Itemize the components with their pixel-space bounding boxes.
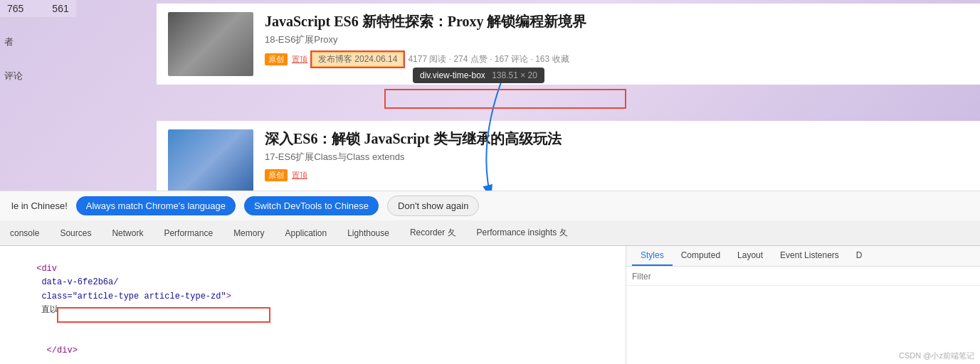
article-title-2[interactable]: 深入ES6：解锁 JavaScript 类与继承的高级玩法 bbox=[265, 129, 969, 148]
article-subtitle-2: 17-ES6扩展Class与Class extends bbox=[265, 151, 969, 164]
article-card-1: JavaScript ES6 新特性探索：Proxy 解锁编程新境界 18-ES… bbox=[157, 4, 980, 85]
meta-date-1: 发布博客 2024.06.14 bbox=[312, 52, 404, 67]
tab-sources[interactable]: Sources bbox=[50, 220, 102, 245]
article-info-1: JavaScript ES6 新特性探索：Proxy 解锁编程新境界 18-ES… bbox=[265, 12, 969, 76]
badge-pinned-2[interactable]: 置顶 bbox=[292, 170, 307, 181]
content-area: 765 561 者 评论 JavaScript ES6 新特性探索：Proxy … bbox=[0, 0, 980, 220]
right-tab-layout[interactable]: Layout bbox=[729, 246, 771, 266]
tooltip-label: div.view-time-box bbox=[420, 70, 485, 80]
article-thumb-1 bbox=[168, 12, 253, 76]
tab-network[interactable]: Network bbox=[102, 220, 154, 245]
label-pinglun: 评论 bbox=[4, 70, 23, 82]
article-title-1[interactable]: JavaScript ES6 新特性探索：Proxy 解锁编程新境界 bbox=[265, 12, 969, 31]
article-meta-1: 原创 置顶 发布博客 2024.06.14 4177 阅读 · 274 点赞 ·… bbox=[265, 52, 969, 67]
tab-lighthouse[interactable]: Lighthouse bbox=[337, 220, 400, 245]
article-subtitle-1: 18-ES6扩展Proxy bbox=[265, 33, 969, 46]
tab-performance-insights[interactable]: Performance insights 夂 bbox=[467, 220, 579, 245]
devtools-bottom: <div data-v-6fe2b6a/ class="article-type… bbox=[0, 246, 980, 364]
tab-recorder[interactable]: Recorder 夂 bbox=[400, 220, 467, 245]
number-1: 765 bbox=[7, 3, 23, 14]
right-panel: Styles Computed Layout Event Listeners D bbox=[626, 246, 980, 364]
badge-original-1: 原创 bbox=[265, 53, 288, 65]
lang-text: le in Chinese! bbox=[11, 200, 68, 211]
devtools-tabbar: console Sources Network Performance Memo… bbox=[0, 220, 980, 246]
article-info-2: 深入ES6：解锁 JavaScript 类与继承的高级玩法 17-ES6扩展Cl… bbox=[265, 129, 969, 193]
tooltip-dims: 138.51 × 20 bbox=[492, 70, 537, 80]
tooltip-box: div.view-time-box 138.51 × 20 bbox=[413, 68, 544, 83]
number-2: 561 bbox=[52, 3, 68, 14]
article-thumb-2 bbox=[168, 129, 253, 193]
top-numbers: 765 561 bbox=[0, 0, 76, 17]
article-meta-2: 原创 置顶 bbox=[265, 169, 969, 181]
left-labels: 者 评论 bbox=[0, 28, 27, 90]
lang-bar: le in Chinese! Always match Chrome's lan… bbox=[0, 191, 980, 220]
right-tabs: Styles Computed Layout Event Listeners D bbox=[626, 246, 980, 267]
tab-memory[interactable]: Memory bbox=[223, 220, 275, 245]
article-card-2: 深入ES6：解锁 JavaScript 类与继承的高级玩法 17-ES6扩展Cl… bbox=[157, 121, 980, 202]
label-zhe: 者 bbox=[4, 36, 23, 48]
code-line-1: <div data-v-6fe2b6a/ class="article-type… bbox=[6, 249, 620, 331]
code-line-2: </div> bbox=[6, 331, 620, 364]
right-tab-computed[interactable]: Computed bbox=[673, 246, 729, 266]
filter-row bbox=[626, 267, 980, 286]
right-tab-d[interactable]: D bbox=[848, 246, 871, 266]
badge-original-2: 原创 bbox=[265, 169, 288, 181]
right-tab-styles[interactable]: Styles bbox=[632, 246, 673, 266]
tab-performance[interactable]: Performance bbox=[154, 220, 223, 245]
right-tab-event-listeners[interactable]: Event Listeners bbox=[771, 246, 848, 266]
red-outline-date bbox=[384, 89, 626, 109]
badge-pinned-1[interactable]: 置顶 bbox=[292, 54, 307, 65]
btn-always-match[interactable]: Always match Chrome's language bbox=[76, 196, 236, 215]
btn-dont-show[interactable]: Don't show again bbox=[387, 196, 479, 216]
tab-console[interactable]: console bbox=[0, 220, 50, 245]
code-panel: <div data-v-6fe2b6a/ class="article-type… bbox=[0, 246, 626, 364]
watermark: CSDN @小z前端笔记 bbox=[899, 350, 974, 361]
btn-switch-chinese[interactable]: Switch DevTools to Chinese bbox=[244, 196, 379, 215]
filter-input[interactable] bbox=[632, 272, 974, 282]
meta-stats-1: 4177 阅读 · 274 点赞 · 167 评论 · 163 收藏 bbox=[408, 53, 569, 65]
tab-application[interactable]: Application bbox=[275, 220, 337, 245]
